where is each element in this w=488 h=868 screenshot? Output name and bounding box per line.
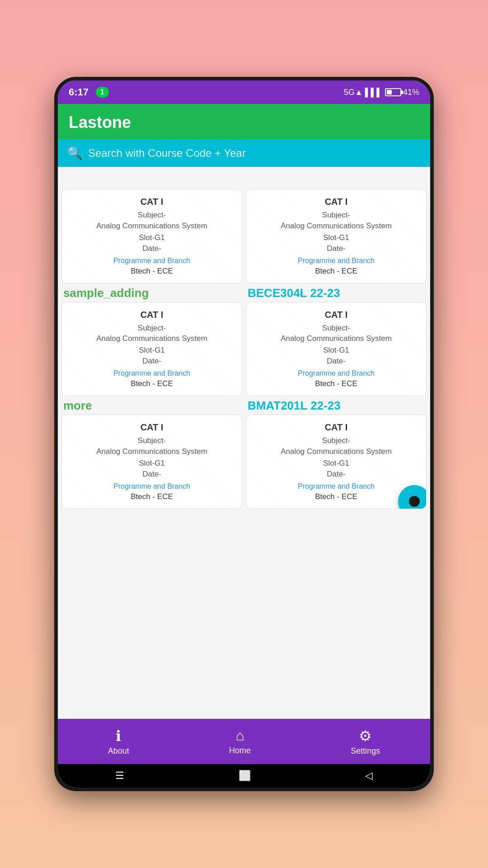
android-nav: ☰ ⬜ ◁ bbox=[58, 764, 430, 788]
nav-about[interactable]: ℹ About bbox=[108, 727, 129, 756]
battery-percent: 41% bbox=[403, 88, 419, 97]
date-bot-right: Date- bbox=[252, 470, 421, 479]
branch-bot-left: Btech - ECE bbox=[67, 492, 236, 501]
prog-top-right: Programme and Branch bbox=[252, 257, 421, 265]
subject-bot-left: Subject-Analog Communications System bbox=[67, 435, 236, 457]
slot-top-left: Slot-G1 bbox=[67, 233, 236, 242]
subject-top-left: Subject-Analog Communications System bbox=[67, 210, 236, 231]
gear-icon: ⚙ bbox=[359, 727, 372, 745]
search-icon: 🔍 bbox=[67, 146, 83, 160]
battery-icon bbox=[385, 88, 401, 96]
signal-icon: 5G▲ ▌▌▌ bbox=[344, 88, 382, 97]
card-bot-left[interactable]: CAT I Subject-Analog Communications Syst… bbox=[61, 415, 242, 509]
card-mid-right[interactable]: CAT I Subject-Analog Communications Syst… bbox=[246, 302, 427, 396]
nav-home-label: Home bbox=[229, 746, 251, 755]
cat-bot-left: CAT I bbox=[67, 422, 236, 433]
prog-mid-right: Programme and Branch bbox=[252, 369, 421, 377]
status-bar: 6:17 1 5G▲ ▌▌▌ 41% bbox=[58, 80, 430, 104]
card-bot-right[interactable]: CAT I Subject-Analog Communications Syst… bbox=[246, 415, 427, 509]
info-icon: ℹ bbox=[116, 727, 121, 745]
slot-mid-right: Slot-G1 bbox=[252, 346, 421, 355]
col-right: CAT I Subject-Analog Communications Syst… bbox=[246, 170, 427, 509]
branch-mid-right: Btech - ECE bbox=[252, 379, 421, 388]
cat-top-right: CAT I bbox=[252, 197, 421, 207]
cat-bot-right: CAT I bbox=[252, 422, 421, 433]
label-top-left bbox=[61, 170, 242, 189]
cards-grid: CAT I Subject-Analog Communications Syst… bbox=[61, 170, 427, 509]
subject-top-right: Subject-Analog Communications System bbox=[252, 210, 421, 231]
nav-home[interactable]: ⌂ Home bbox=[229, 727, 251, 755]
slot-bot-right: Slot-G1 bbox=[252, 459, 421, 468]
status-time: 6:17 bbox=[69, 86, 89, 98]
subject-bot-right: Subject-Analog Communications System bbox=[252, 435, 421, 457]
date-top-left: Date- bbox=[67, 244, 236, 253]
slot-bot-left: Slot-G1 bbox=[67, 459, 236, 468]
slot-top-right: Slot-G1 bbox=[252, 233, 421, 242]
card-top-left[interactable]: CAT I Subject-Analog Communications Syst… bbox=[61, 189, 242, 283]
nav-settings-label: Settings bbox=[351, 746, 380, 756]
battery-indicator: 41% bbox=[385, 88, 419, 97]
subject-mid-right: Subject-Analog Communications System bbox=[252, 323, 421, 344]
branch-mid-left: Btech - ECE bbox=[67, 379, 236, 388]
branch-top-left: Btech - ECE bbox=[67, 267, 236, 276]
branch-bot-right: Btech - ECE bbox=[252, 492, 421, 501]
prog-mid-left: Programme and Branch bbox=[67, 369, 236, 377]
device-frame: 6:17 1 5G▲ ▌▌▌ 41% Lastone 🔍 bbox=[54, 77, 434, 791]
label-top-right bbox=[246, 170, 427, 189]
android-back-icon[interactable]: ◁ bbox=[365, 770, 373, 782]
cat-top-left: CAT I bbox=[67, 197, 236, 207]
prog-bot-left: Programme and Branch bbox=[67, 482, 236, 491]
label-mid-left: sample_adding bbox=[61, 283, 242, 302]
branch-top-right: Btech - ECE bbox=[252, 267, 421, 276]
card-mid-left[interactable]: CAT I Subject-Analog Communications Syst… bbox=[61, 302, 242, 396]
fab-dot bbox=[409, 496, 420, 507]
bottom-nav: ℹ About ⌂ Home ⚙ Settings bbox=[58, 719, 430, 764]
prog-top-left: Programme and Branch bbox=[67, 257, 236, 265]
col-left: CAT I Subject-Analog Communications Syst… bbox=[61, 170, 242, 509]
date-bot-left: Date- bbox=[67, 470, 236, 479]
content-area: CAT I Subject-Analog Communications Syst… bbox=[58, 167, 430, 719]
app-header: Lastone bbox=[58, 104, 430, 139]
device-screen: 6:17 1 5G▲ ▌▌▌ 41% Lastone 🔍 bbox=[58, 80, 430, 788]
android-home-icon[interactable]: ⬜ bbox=[239, 770, 251, 782]
search-input[interactable] bbox=[88, 147, 421, 160]
subject-mid-left: Subject-Analog Communications System bbox=[67, 323, 236, 344]
status-wifi: 1 bbox=[96, 87, 109, 98]
label-mid-right: BECE304L 22-23 bbox=[246, 283, 427, 302]
nav-settings[interactable]: ⚙ Settings bbox=[351, 727, 380, 756]
slot-mid-left: Slot-G1 bbox=[67, 346, 236, 355]
date-top-right: Date- bbox=[252, 244, 421, 253]
cat-mid-right: CAT I bbox=[252, 310, 421, 320]
battery-fill bbox=[387, 90, 392, 94]
card-top-right[interactable]: CAT I Subject-Analog Communications Syst… bbox=[246, 189, 427, 283]
home-icon: ⌂ bbox=[235, 727, 244, 744]
status-left: 6:17 1 bbox=[69, 86, 109, 98]
app-title: Lastone bbox=[69, 113, 131, 132]
date-mid-left: Date- bbox=[67, 357, 236, 366]
label-bot-left: more bbox=[61, 396, 242, 415]
nav-about-label: About bbox=[108, 746, 129, 756]
prog-bot-right: Programme and Branch bbox=[252, 482, 421, 491]
cat-mid-left: CAT I bbox=[67, 310, 236, 320]
status-right: 5G▲ ▌▌▌ 41% bbox=[344, 88, 419, 97]
search-bar[interactable]: 🔍 bbox=[58, 139, 430, 167]
label-bot-right: BMAT201L 22-23 bbox=[246, 396, 427, 415]
android-menu-icon[interactable]: ☰ bbox=[115, 770, 124, 782]
date-mid-right: Date- bbox=[252, 357, 421, 366]
